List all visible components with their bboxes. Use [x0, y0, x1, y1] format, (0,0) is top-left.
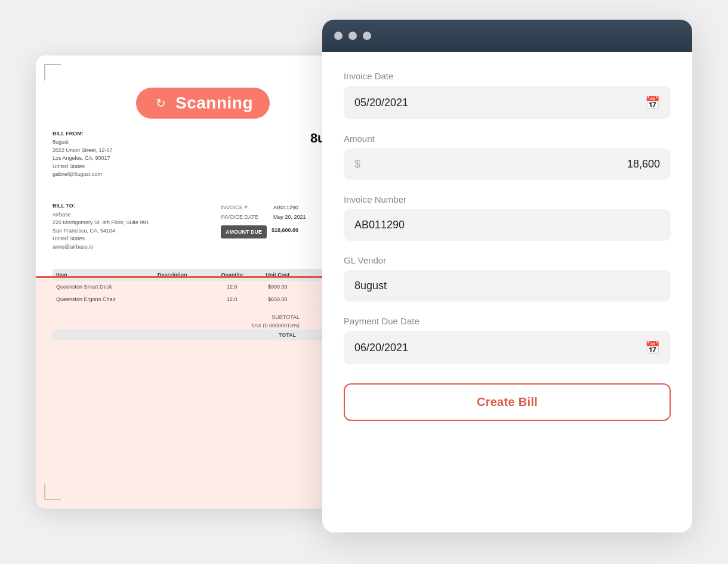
amount-field: Amount $ 18,600 — [344, 134, 671, 180]
payment-due-date-field: Payment Due Date 06/20/2021 📅 — [344, 316, 671, 364]
bill-to-left: BILL TO: Airbase 220 Montgomery St. 9th … — [53, 203, 185, 252]
scanning-label: Scanning — [175, 94, 253, 113]
total-row: TOTAL $18,600.00 — [53, 330, 353, 340]
invoice-number-input[interactable]: AB011290 — [344, 209, 671, 241]
bill-from-company: 8ugust 2022 Union Street, 12-07 Los Ange… — [53, 138, 113, 179]
calendar-icon-2: 📅 — [645, 340, 660, 355]
invoice-card: ↻ Scanning BILL FROM: 8ugust 2022 Union … — [36, 55, 370, 509]
items-table: Item Description Quantity Unit Cost Line… — [53, 269, 353, 306]
bill-from-label: BILL FROM: — [53, 131, 113, 137]
col-quantity: Quantity — [210, 269, 254, 281]
gl-vendor-input[interactable]: 8ugust — [344, 270, 671, 302]
scene: ↻ Scanning BILL FROM: 8ugust 2022 Union … — [36, 20, 692, 544]
bill-to-text: Airbase 220 Montgomery St. 9th Floor, Su… — [53, 211, 185, 252]
bill-to-label: BILL TO: — [53, 203, 185, 209]
dollar-sign: $ — [354, 158, 360, 171]
payment-due-date-label: Payment Due Date — [344, 316, 671, 326]
table-row: Queenston Smart Desk 12.0 $900.00 $10,80… — [53, 281, 353, 293]
traffic-dot-3 — [363, 32, 371, 40]
invoice-number-value: AB011290 — [354, 219, 405, 231]
invoice-content: BILL FROM: 8ugust 2022 Union Street, 12-… — [53, 131, 353, 340]
col-description: Description — [154, 269, 210, 281]
scan-line — [36, 276, 370, 278]
col-unit-cost: Unit Cost — [254, 269, 301, 281]
calendar-icon: 📅 — [645, 95, 660, 110]
window-chrome — [322, 20, 692, 52]
scanning-badge: ↻ Scanning — [136, 88, 270, 119]
payment-due-date-value: 06/20/2021 — [354, 342, 408, 354]
payment-due-date-input[interactable]: 06/20/2021 📅 — [344, 331, 671, 364]
create-bill-button[interactable]: Create Bill — [344, 383, 671, 421]
table-row: Queenston Ergono Chair 12.0 $650.00 $7,8… — [53, 293, 353, 306]
subtotal-row: SUBTOTAL $18,600.00 — [53, 313, 353, 321]
invoice-date-value: 05/20/2021 — [354, 97, 408, 109]
traffic-dot-2 — [348, 32, 357, 40]
invoice-header-row: BILL FROM: 8ugust 2022 Union Street, 12-… — [53, 131, 353, 179]
bill-to-section: BILL TO: Airbase 220 Montgomery St. 9th … — [53, 203, 353, 252]
tax-row: TAX (0.00000013%) $0.00 — [53, 321, 353, 330]
form-card: Invoice Date 05/20/2021 📅 Amount $ 18,60… — [322, 20, 692, 532]
gl-vendor-label: GL Vendor — [344, 255, 671, 265]
invoice-date-field: Invoice Date 05/20/2021 📅 — [344, 71, 671, 119]
col-item: Item — [53, 269, 154, 281]
amount-label: Amount — [344, 134, 671, 144]
gl-vendor-value: 8ugust — [354, 280, 387, 292]
invoice-number-label: Invoice Number — [344, 194, 671, 204]
bill-from-section: BILL FROM: 8ugust 2022 Union Street, 12-… — [53, 131, 113, 179]
invoice-date-label: Invoice Date — [344, 71, 671, 81]
invoice-number-field: Invoice Number AB011290 — [344, 194, 671, 241]
amount-value: 18,600 — [627, 158, 660, 171]
refresh-icon: ↻ — [153, 95, 169, 111]
gl-vendor-field: GL Vendor 8ugust — [344, 255, 671, 302]
amount-input[interactable]: $ 18,600 — [344, 148, 671, 180]
invoice-date-input[interactable]: 05/20/2021 📅 — [344, 86, 671, 119]
pink-overlay — [36, 276, 370, 509]
traffic-dot-1 — [334, 32, 343, 40]
form-content: Invoice Date 05/20/2021 📅 Amount $ 18,60… — [322, 52, 692, 532]
totals-section: SUBTOTAL $18,600.00 TAX (0.00000013%) $0… — [53, 313, 353, 340]
amount-due-badge: AMOUNT DUE — [221, 225, 267, 238]
